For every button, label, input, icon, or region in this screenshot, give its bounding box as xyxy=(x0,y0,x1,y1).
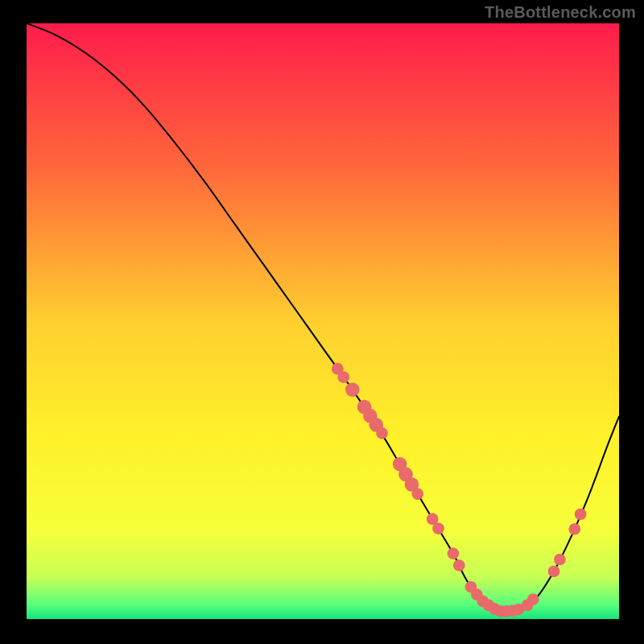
plot-area xyxy=(27,23,619,619)
chart-svg xyxy=(27,23,619,619)
chart-container: TheBottleneck.com xyxy=(0,0,644,644)
marker-dot xyxy=(575,508,587,520)
marker-dot xyxy=(432,522,444,535)
watermark-text: TheBottleneck.com xyxy=(485,3,636,22)
marker-dot xyxy=(568,523,580,535)
marker-dot xyxy=(527,593,539,605)
marker-dot xyxy=(345,382,360,397)
marker-dot xyxy=(411,488,423,500)
marker-dot xyxy=(376,427,388,440)
marker-dot xyxy=(554,554,566,566)
marker-dot xyxy=(448,547,460,559)
marker-dot xyxy=(548,565,560,577)
marker-dot xyxy=(337,371,349,383)
gradient-background xyxy=(27,23,619,619)
marker-dot xyxy=(453,559,465,572)
